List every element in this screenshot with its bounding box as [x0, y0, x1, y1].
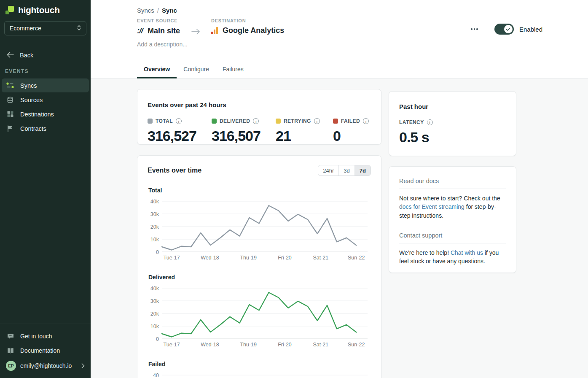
more-options-button[interactable] [467, 26, 481, 32]
sidebar-item-label: Syncs [20, 82, 37, 89]
enabled-toggle-label: Enabled [519, 26, 542, 33]
events-section-label: EVENTS [0, 68, 91, 74]
info-icon[interactable] [363, 118, 369, 124]
event-streaming-docs-link[interactable]: docs for Event streaming [399, 203, 464, 210]
event-source-block: EVENT SOURCE :// Main site [137, 18, 180, 35]
chat-icon [7, 333, 14, 340]
failed-chart-title: Failed [148, 361, 371, 367]
hightouch-logo[interactable]: hightouch [0, 0, 91, 21]
account-menu[interactable]: EP emily@hightouch.io [0, 358, 91, 374]
arrow-right-icon [191, 28, 200, 35]
delivered-swatch [212, 119, 217, 124]
destination-block: DESTINATION Google Analytics [211, 18, 284, 35]
documentation-button[interactable]: Documentation [0, 343, 91, 358]
sidebar-item-label: Destinations [20, 111, 54, 118]
chevron-updown-icon [77, 25, 81, 32]
svg-text:Tue-17: Tue-17 [164, 255, 180, 261]
sidebar-item-syncs[interactable]: Syncs [2, 78, 89, 92]
avatar: EP [6, 361, 16, 371]
svg-text:Thu-19: Thu-19 [240, 255, 257, 261]
time-range-selector: 24hr 3d 7d [318, 165, 371, 176]
info-icon[interactable] [427, 119, 433, 125]
destination-name[interactable]: Google Analytics [223, 26, 284, 35]
content-left-column: Events over past 24 hours TOTAL 316,527 [137, 89, 381, 378]
failed-line-chart: 40 [148, 371, 371, 378]
sidebar-item-label: Contracts [20, 125, 46, 132]
description-placeholder[interactable]: Add a description... [91, 41, 588, 48]
sidebar-nav: Syncs Sources Destinations Contracts [0, 78, 91, 136]
svg-text:Thu-19: Thu-19 [240, 342, 257, 348]
enabled-toggle[interactable] [494, 24, 514, 35]
tab-configure[interactable]: Configure [177, 61, 216, 78]
get-in-touch-button[interactable]: Get in touch [0, 329, 91, 343]
toggle-knob [504, 25, 513, 33]
svg-text:Wed-18: Wed-18 [201, 255, 219, 261]
range-3d-button[interactable]: 3d [338, 165, 354, 176]
read-docs-title: Read our docs [399, 178, 506, 184]
google-analytics-icon [211, 27, 218, 34]
breadcrumb-syncs-link[interactable]: Syncs [137, 7, 154, 14]
total-value: 316,527 [148, 128, 212, 144]
content-right-column: Past hour LATENCY 0.5 s Read our docs No… [389, 91, 516, 378]
svg-text:40: 40 [153, 373, 159, 378]
chevron-right-icon [81, 363, 85, 368]
event-source-label: EVENT SOURCE [137, 18, 180, 23]
back-arrow-icon [7, 52, 14, 59]
range-7d-button[interactable]: 7d [354, 165, 371, 176]
contact-support-text: We’re here to help! Chat with us if you … [399, 248, 506, 266]
metrics-row: TOTAL 316,527 DELIVERED 316,507 [148, 118, 371, 144]
failed-label: FAILED [341, 118, 360, 124]
metric-delivered: DELIVERED 316,507 [212, 118, 276, 144]
latency-label: LATENCY [399, 119, 424, 125]
svg-text:10k: 10k [150, 237, 159, 243]
svg-text:40k: 40k [150, 199, 159, 205]
sidebar-item-sources[interactable]: Sources [2, 93, 89, 107]
info-icon[interactable] [314, 118, 320, 124]
back-label: Back [20, 52, 33, 59]
svg-text:Sun-22: Sun-22 [348, 255, 365, 261]
workspace-selector[interactable]: Ecommerce [4, 21, 86, 35]
sidebar-item-destinations[interactable]: Destinations [2, 107, 89, 121]
info-icon[interactable] [253, 118, 259, 124]
read-docs-section: Read our docs Not sure where to start? C… [399, 178, 506, 220]
svg-text:20k: 20k [150, 311, 159, 317]
failed-value: 0 [333, 128, 371, 144]
account-email: emily@hightouch.io [20, 362, 72, 369]
info-icon[interactable] [176, 118, 182, 124]
header-controls: Enabled [467, 24, 542, 35]
sidebar-item-contracts[interactable]: Contracts [2, 122, 89, 135]
breadcrumb-current: Sync [162, 7, 177, 14]
delivered-label: DELIVERED [220, 118, 250, 124]
metric-failed: FAILED 0 [333, 118, 371, 144]
grid-icon [6, 111, 14, 117]
svg-text:Wed-18: Wed-18 [201, 342, 219, 348]
metric-total: TOTAL 316,527 [148, 118, 212, 144]
delivered-line-chart: 010k20k30k40kTue-17Wed-18Thu-19Fri-20Sat… [148, 284, 371, 350]
svg-text:Sat-21: Sat-21 [313, 342, 328, 348]
retrying-label: RETRYING [284, 118, 311, 124]
syncs-icon [6, 82, 14, 89]
latency-value: 0.5 s [399, 129, 506, 146]
total-chart-title: Total [148, 187, 371, 194]
support-text-part: We’re here to help! [399, 249, 451, 256]
back-button[interactable]: Back [0, 51, 91, 60]
svg-text:Fri-20: Fri-20 [278, 342, 292, 348]
tab-failures[interactable]: Failures [216, 61, 250, 78]
retrying-value: 21 [276, 128, 333, 144]
chat-with-us-link[interactable]: Chat with us [451, 249, 483, 256]
tab-overview[interactable]: Overview [137, 61, 177, 78]
help-card: Read our docs Not sure where to start? C… [389, 166, 516, 273]
range-24hr-button[interactable]: 24hr [318, 165, 338, 176]
svg-text:40k: 40k [150, 286, 159, 292]
event-source-name[interactable]: Main site [148, 27, 180, 35]
retrying-swatch [276, 119, 281, 124]
book-icon [7, 348, 14, 354]
total-line-chart: 010k20k30k40kTue-17Wed-18Thu-19Fri-20Sat… [148, 197, 371, 263]
javascript-source-icon: :// [137, 26, 143, 35]
metric-retrying: RETRYING 21 [276, 118, 333, 144]
breadcrumb-separator: / [157, 7, 159, 14]
events-24h-card: Events over past 24 hours TOTAL 316,527 [137, 89, 381, 145]
total-label: TOTAL [156, 118, 173, 124]
contact-support-title: Contact support [399, 232, 506, 239]
past-hour-card: Past hour LATENCY 0.5 s [389, 91, 516, 156]
